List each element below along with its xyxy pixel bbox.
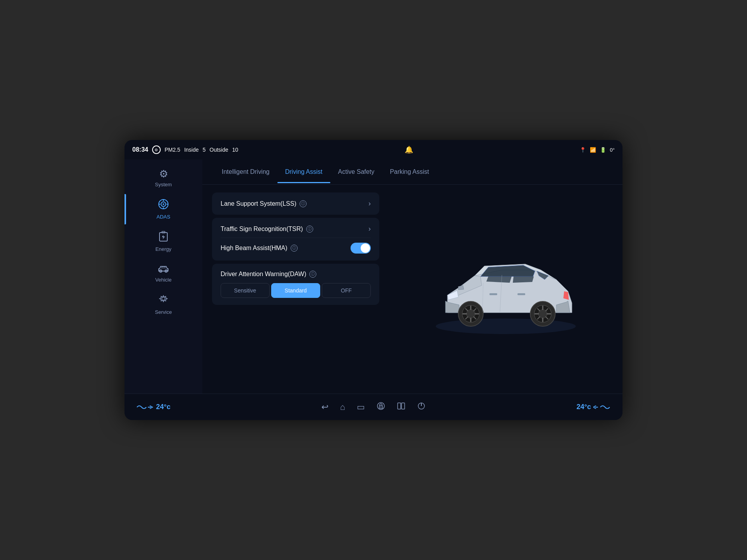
tab-parking-assist[interactable]: Parking Assist <box>382 164 437 179</box>
tsr-label: Traffic Sign Recognition(TSR) ⓘ <box>221 226 313 233</box>
tabs-bar: Intelligent Driving Driving Assist Activ… <box>202 159 622 185</box>
daw-label: Driver Attention Warning(DAW) ⓘ <box>221 271 371 278</box>
sidebar-label-system: System <box>155 182 172 187</box>
home-button[interactable]: ⌂ <box>340 402 345 412</box>
daw-info-icon[interactable]: ⓘ <box>309 271 316 278</box>
temp-left: 24°c <box>136 403 170 411</box>
status-right: 📍 📶 🔋 0° <box>580 147 615 153</box>
main-content: ⚙ System ADAS <box>124 159 622 394</box>
settings-list: Lane Support System(LSS) ⓘ › Traffic Sig… <box>202 185 389 394</box>
sidebar-item-system[interactable]: ⚙ System <box>124 163 202 192</box>
sidebar-label-service: Service <box>155 309 172 315</box>
lss-chevron-icon: › <box>368 200 371 208</box>
lss-label: Lane Support System(LSS) ⓘ <box>221 200 307 207</box>
status-time: 08:34 <box>132 146 148 153</box>
settings-status-icon: ⚙ <box>152 145 161 154</box>
vehicle-icon <box>158 263 169 275</box>
car-area <box>389 185 622 394</box>
tab-driving-assist[interactable]: Driving Assist <box>277 164 330 179</box>
service-icon <box>158 294 169 308</box>
sidebar-label-vehicle: Vehicle <box>155 277 172 283</box>
battery-icon: 🔋 <box>600 147 606 153</box>
sidebar-label-adas: ADAS <box>156 214 170 220</box>
location-icon: 📍 <box>580 147 586 153</box>
daw-standard-button[interactable]: Standard <box>271 283 320 298</box>
hma-row: High Beam Assist(HMA) ⓘ <box>221 243 371 254</box>
svg-rect-37 <box>489 293 497 295</box>
status-left: 08:34 ⚙ PM2.5 Inside 5 Outside 10 <box>132 145 238 154</box>
lss-row: Lane Support System(LSS) ⓘ › <box>221 200 371 208</box>
svg-point-41 <box>381 406 381 407</box>
svg-point-12 <box>436 318 576 334</box>
inside-label: Inside <box>184 147 198 153</box>
notification-bell-icon: 🔔 <box>405 145 413 154</box>
tsr-card: Traffic Sign Recognition(TSR) ⓘ › High B… <box>212 218 379 261</box>
right-temperature: 24°c <box>577 403 591 411</box>
back-button[interactable]: ↩ <box>321 402 328 412</box>
daw-off-button[interactable]: OFF <box>322 283 371 298</box>
split-screen-button[interactable] <box>397 402 405 413</box>
tab-active-safety[interactable]: Active Safety <box>330 164 382 179</box>
sidebar: ⚙ System ADAS <box>124 159 202 394</box>
hma-toggle-knob <box>361 243 370 253</box>
daw-button-group: Sensitive Standard OFF <box>221 283 371 298</box>
daw-card: Driver Attention Warning(DAW) ⓘ Sensitiv… <box>212 264 379 305</box>
outside-label: Outside <box>210 147 228 153</box>
lss-card[interactable]: Lane Support System(LSS) ⓘ › <box>212 192 379 215</box>
temp-right: 24°c <box>577 403 611 411</box>
car-illustration <box>397 192 615 386</box>
signal-bars-icon: 📶 <box>590 147 596 153</box>
sidebar-item-service[interactable]: Service <box>124 289 202 320</box>
svg-rect-42 <box>398 403 401 409</box>
svg-rect-43 <box>402 403 405 409</box>
energy-icon <box>159 231 168 245</box>
sidebar-item-vehicle[interactable]: Vehicle <box>124 259 202 287</box>
bottom-nav: ↩ ⌂ ▭ <box>321 402 426 413</box>
temp-wave-right-icon <box>593 403 611 411</box>
svg-point-2 <box>163 203 164 205</box>
lss-info-icon[interactable]: ⓘ <box>300 200 307 207</box>
system-icon: ⚙ <box>159 168 168 180</box>
power-button[interactable] <box>417 402 426 413</box>
pm25-label: PM2.5 <box>165 147 180 153</box>
main-screen: 08:34 ⚙ PM2.5 Inside 5 Outside 10 🔔 📍 📶 … <box>124 140 622 420</box>
tsr-chevron-icon: › <box>368 225 371 233</box>
temp-wave-left-icon <box>136 403 154 411</box>
outside-value: 10 <box>232 147 238 153</box>
hma-info-icon[interactable]: ⓘ <box>291 245 298 252</box>
svg-rect-38 <box>517 293 525 295</box>
bottom-bar: 24°c ↩ ⌂ ▭ <box>124 394 622 420</box>
svg-point-11 <box>162 297 165 300</box>
left-temperature: 24°c <box>156 403 170 411</box>
sidebar-item-adas[interactable]: ADAS <box>124 194 202 224</box>
right-panel: Intelligent Driving Driving Assist Activ… <box>202 159 622 394</box>
temperature-status: 0° <box>610 147 615 153</box>
sidebar-label-energy: Energy <box>155 246 171 252</box>
hma-label: High Beam Assist(HMA) ⓘ <box>221 245 298 252</box>
tsr-row: Traffic Sign Recognition(TSR) ⓘ › <box>221 225 371 233</box>
sidebar-item-energy[interactable]: Energy <box>124 226 202 257</box>
tsr-info-icon[interactable]: ⓘ <box>306 226 313 233</box>
status-bar: 08:34 ⚙ PM2.5 Inside 5 Outside 10 🔔 📍 📶 … <box>124 140 622 159</box>
hma-toggle[interactable] <box>351 243 371 254</box>
inside-value: 5 <box>203 147 206 153</box>
recent-apps-button[interactable]: ▭ <box>357 402 365 412</box>
car-lock-button[interactable] <box>377 402 385 413</box>
daw-sensitive-button[interactable]: Sensitive <box>221 283 270 298</box>
tab-intelligent-driving[interactable]: Intelligent Driving <box>214 164 277 179</box>
adas-icon <box>158 199 169 212</box>
settings-area: Lane Support System(LSS) ⓘ › Traffic Sig… <box>202 185 622 394</box>
